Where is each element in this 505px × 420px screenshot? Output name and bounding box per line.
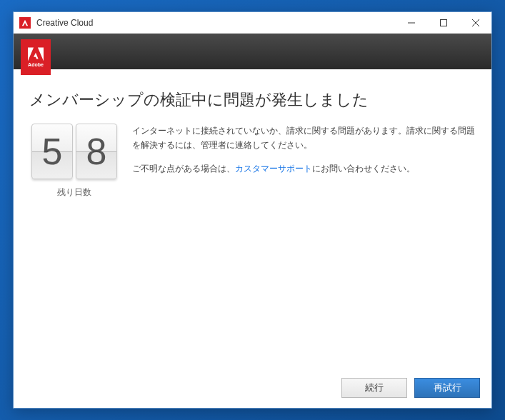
adobe-logo-label: Adobe	[28, 62, 44, 67]
counter-digit-1: 5	[31, 124, 73, 179]
adobe-logo: Adobe	[21, 39, 51, 75]
counter-digit-2: 8	[76, 124, 117, 179]
customer-support-link[interactable]: カスタマーサポート	[235, 164, 312, 174]
header-band: Adobe	[14, 34, 491, 69]
titlebar: Creative Cloud	[14, 12, 491, 34]
close-button[interactable]	[459, 12, 491, 33]
app-icon	[19, 17, 31, 29]
message-text-before: ご不明な点がある場合は、	[132, 164, 235, 174]
dialog-window: Creative Cloud Adobe メンバーシップの検証中に問題が発生しま…	[13, 11, 492, 409]
minimize-button[interactable]	[395, 12, 427, 33]
countdown-column: 5 8 残り日数	[29, 124, 119, 199]
window-title: Creative Cloud	[36, 18, 395, 28]
window-controls	[395, 12, 491, 33]
page-title: メンバーシップの検証中に問題が発生しました	[29, 89, 476, 111]
continue-button[interactable]: 続行	[341, 378, 407, 398]
flip-counter: 5 8	[31, 124, 117, 179]
message-text-after: にお問い合わせください。	[312, 164, 415, 174]
content-area: メンバーシップの検証中に問題が発生しました 5 8 残り日数 インターネットに接…	[14, 69, 491, 371]
svg-rect-1	[440, 19, 446, 26]
message-paragraph-2: ご不明な点がある場合は、カスタマーサポートにお問い合わせください。	[132, 161, 476, 176]
maximize-button[interactable]	[427, 12, 459, 33]
body-row: 5 8 残り日数 インターネットに接続されていないか、請求に関する問題があります…	[29, 124, 476, 199]
message-paragraph-1: インターネットに接続されていないか、請求に関する問題があります。請求に関する問題…	[132, 124, 476, 153]
footer: 続行 再試行	[14, 371, 491, 408]
counter-label: 残り日数	[57, 186, 91, 199]
retry-button[interactable]: 再試行	[414, 378, 480, 398]
message-column: インターネットに接続されていないか、請求に関する問題があります。請求に関する問題…	[132, 124, 476, 199]
